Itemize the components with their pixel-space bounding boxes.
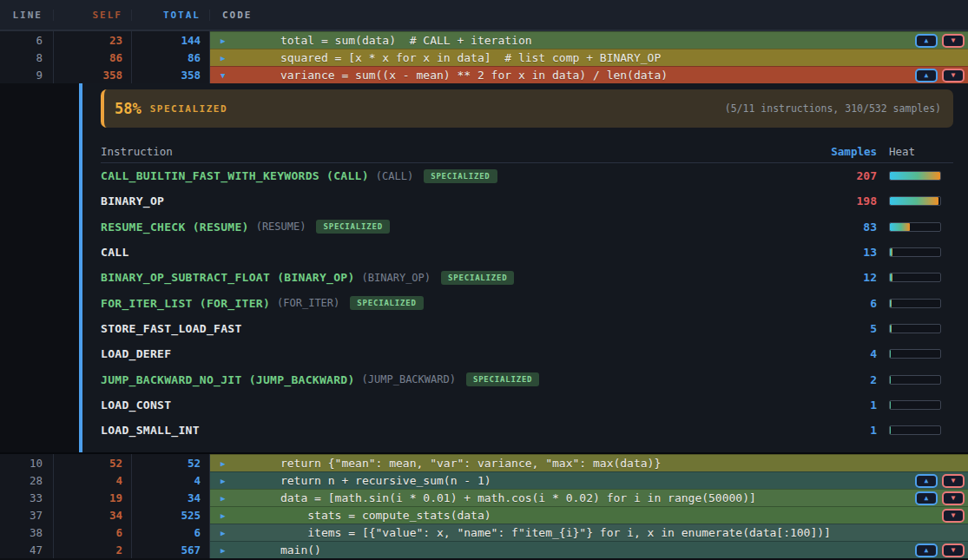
detail-content: 58% SPECIALIZED (5/11 instructions, 310/… [82, 83, 968, 452]
code-text: main() [240, 544, 321, 557]
instruction-row: CALL13 [101, 240, 953, 265]
heat-bar [889, 273, 941, 282]
instruction-samples: 12 [863, 271, 877, 284]
column-header-total[interactable]: TOTAL [132, 10, 210, 21]
heat-bar-fill [890, 325, 892, 333]
move-up-button[interactable]: ▲ [915, 544, 938, 557]
total-samples: 34 [132, 489, 210, 506]
heat-bar [889, 349, 941, 359]
column-header-heat: Heat [889, 145, 953, 158]
column-header-instruction: Instruction [101, 145, 173, 158]
instruction-base-opcode: (CALL) [376, 170, 413, 182]
code-cell[interactable]: ▼ variance = sum((x - mean) ** 2 for x i… [210, 66, 968, 83]
total-samples: 52 [132, 454, 210, 471]
code-cell[interactable]: ▶ data = [math.sin(i * 0.01) + math.cos(… [210, 489, 968, 506]
move-down-button[interactable]: ▼ [942, 69, 965, 82]
instruction-row: LOAD_DEREF4 [101, 341, 953, 366]
instruction-row: BINARY_OP198 [101, 188, 953, 214]
code-cell[interactable]: ▶ stats = compute_stats(data)▼ [210, 506, 968, 524]
instruction-name: LOAD_CONST [101, 399, 171, 412]
instruction-row: BINARY_OP_SUBTRACT_FLOAT (BINARY_OP)(BIN… [101, 265, 953, 290]
code-row: 3734525▶ stats = compute_stats(data)▼ [0, 506, 968, 524]
instruction-name: RESUME_CHECK (RESUME) [101, 221, 249, 234]
code-text: data = [math.sin(i * 0.01) + math.cos(i … [240, 491, 756, 504]
instruction-name: BINARY_OP_SUBTRACT_FLOAT (BINARY_OP) [101, 271, 355, 284]
specialized-badge: SPECIALIZED [441, 271, 514, 285]
expander-icon[interactable]: ▶ [217, 546, 240, 555]
code-cell[interactable]: ▶ main()▲▼ [210, 541, 968, 558]
heat-bar-fill [890, 426, 891, 434]
line-number: 6 [0, 31, 54, 49]
line-number: 38 [0, 524, 54, 541]
total-samples: 86 [132, 49, 210, 66]
column-header-code: CODE [210, 10, 968, 21]
total-samples: 144 [132, 31, 210, 49]
self-samples: 19 [54, 489, 132, 506]
instruction-row: STORE_FAST_LOAD_FAST5 [101, 316, 953, 341]
code-cell[interactable]: ▶ squared = [x * x for x in data] # list… [210, 49, 968, 66]
heat-bar [889, 222, 941, 232]
expander-icon[interactable]: ▶ [217, 511, 240, 520]
heat-bar-fill [890, 350, 891, 358]
expander-icon[interactable]: ▶ [217, 36, 240, 45]
instruction-samples: 198 [857, 194, 877, 208]
code-cell[interactable]: ▶ return {"mean": mean, "var": variance,… [210, 454, 968, 471]
self-samples: 358 [54, 66, 132, 83]
instruction-samples: 6 [870, 297, 877, 310]
instruction-name: CALL [101, 246, 129, 259]
move-up-button[interactable]: ▲ [915, 491, 938, 505]
table-header: LINE SELF TOTAL CODE [0, 0, 968, 31]
code-cell[interactable]: ▶ return n + recursive_sum(n - 1)▲▼ [210, 471, 968, 489]
instruction-name: LOAD_DEREF [101, 347, 171, 360]
expander-icon[interactable]: ▶ [217, 477, 240, 485]
heat-bar [889, 324, 941, 333]
instruction-samples: 4 [870, 347, 877, 360]
instruction-row: LOAD_CONST1 [101, 392, 953, 418]
code-cell[interactable]: ▶ items = [{"value": x, "name": f"item_{… [210, 524, 968, 541]
expander-icon[interactable]: ▶ [217, 494, 240, 503]
expander-icon[interactable]: ▶ [217, 459, 240, 468]
total-samples: 4 [132, 471, 210, 489]
column-header-line[interactable]: LINE [0, 10, 54, 21]
code-text: stats = compute_stats(data) [240, 509, 491, 522]
line-number: 8 [0, 49, 54, 66]
heat-bar-fill [890, 248, 892, 256]
instruction-base-opcode: (RESUME) [256, 221, 306, 233]
move-up-button[interactable]: ▲ [915, 34, 938, 48]
heat-bar-fill [890, 172, 940, 180]
move-down-button[interactable]: ▼ [942, 491, 965, 505]
move-down-button[interactable]: ▼ [942, 34, 965, 48]
detail-gutter [0, 83, 79, 452]
expander-icon[interactable]: ▶ [217, 54, 240, 63]
instruction-base-opcode: (BINARY_OP) [362, 272, 431, 284]
total-samples: 358 [132, 66, 210, 83]
column-header-self[interactable]: SELF [54, 10, 132, 21]
total-samples: 6 [132, 524, 210, 541]
total-samples: 567 [132, 541, 210, 558]
self-samples: 2 [54, 541, 132, 558]
instruction-samples: 1 [870, 399, 877, 412]
line-detail-panel: 58% SPECIALIZED (5/11 instructions, 310/… [0, 83, 968, 452]
code-row: 3866▶ items = [{"value": x, "name": f"it… [0, 524, 968, 541]
heat-bar [889, 247, 941, 257]
move-up-button[interactable]: ▲ [915, 69, 938, 82]
move-down-button[interactable]: ▼ [942, 544, 965, 557]
specialization-summary: 58% SPECIALIZED (5/11 instructions, 310/… [101, 89, 953, 128]
move-down-button[interactable]: ▼ [942, 474, 965, 488]
code-cell[interactable]: ▶ total = sum(data) # CALL + iteration▲▼ [210, 31, 968, 49]
move-up-button[interactable]: ▲ [915, 474, 938, 488]
self-samples: 23 [54, 31, 132, 49]
move-down-button[interactable]: ▼ [942, 509, 965, 523]
heat-bar-fill [890, 300, 892, 307]
expander-icon[interactable]: ▼ [217, 71, 240, 80]
expander-icon[interactable]: ▶ [217, 529, 240, 537]
instruction-samples: 13 [863, 246, 877, 259]
line-number: 37 [0, 506, 54, 524]
code-row: 472567▶ main()▲▼ [0, 541, 968, 558]
self-samples: 86 [54, 49, 132, 66]
code-text: return n + recursive_sum(n - 1) [240, 474, 491, 487]
instruction-table: CALL_BUILTIN_FAST_WITH_KEYWORDS (CALL)(C… [101, 163, 953, 443]
heat-bar [889, 400, 941, 410]
instruction-row: LOAD_SMALL_INT1 [101, 418, 953, 443]
column-header-samples[interactable]: Samples [831, 145, 877, 158]
